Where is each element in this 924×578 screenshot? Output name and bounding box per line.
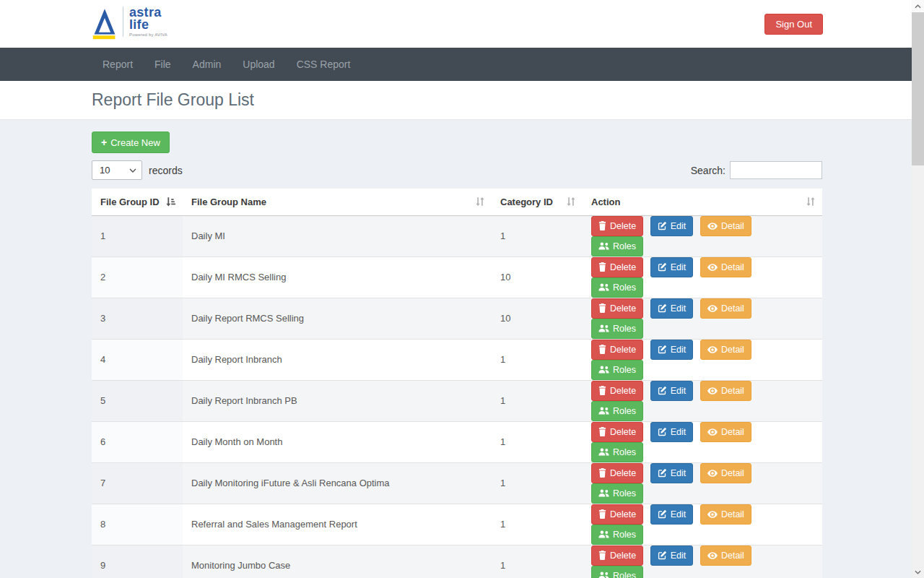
delete-button[interactable]: Delete [591, 298, 643, 319]
sort-both-icon [567, 197, 575, 206]
delete-button[interactable]: Delete [591, 257, 643, 277]
pencil-square-icon [658, 262, 667, 272]
delete-button[interactable]: Delete [591, 504, 643, 525]
nav-item-report[interactable]: Report [92, 48, 144, 81]
detail-button[interactable]: Detail [700, 381, 751, 401]
edit-button[interactable]: Edit [650, 298, 694, 319]
cell-file-group-name: Daily Report Inbranch [183, 339, 492, 380]
column-header-file-group-id[interactable]: File Group ID [92, 189, 183, 215]
trash-icon [598, 468, 606, 478]
edit-button[interactable]: Edit [650, 463, 694, 483]
detail-button[interactable]: Detail [700, 463, 751, 483]
cell-actions: Delete Edit Detail Roles [583, 298, 822, 339]
brand-line2: life [129, 19, 167, 31]
delete-button[interactable]: Delete [591, 545, 643, 566]
delete-button[interactable]: Delete [591, 463, 643, 483]
scrollbar-down-button[interactable] [912, 566, 924, 578]
roles-button[interactable]: Roles [591, 566, 643, 578]
cell-file-group-name: Monitoring Jumbo Case [183, 545, 492, 578]
eye-icon [707, 428, 718, 436]
pencil-square-icon [658, 345, 667, 354]
cell-file-group-name: Daily Report RMCS Selling [183, 298, 492, 339]
cell-file-group-id: 3 [92, 298, 183, 339]
content-container: + Create New 10 records Search: File Gro… [92, 120, 822, 578]
eye-icon [707, 346, 718, 353]
column-header-file-group-name[interactable]: File Group Name [183, 189, 492, 215]
roles-button[interactable]: Roles [591, 236, 643, 256]
column-header-category-id[interactable]: Category ID [492, 189, 583, 215]
eye-icon [707, 223, 718, 230]
detail-button[interactable]: Detail [700, 298, 751, 319]
file-group-table: File Group ID File Group Name Category I… [92, 189, 822, 578]
detail-button[interactable]: Detail [700, 545, 751, 566]
cell-file-group-name: Referral and Sales Management Report [183, 504, 492, 545]
roles-button[interactable]: Roles [591, 525, 643, 545]
records-select[interactable]: 10 [92, 160, 142, 180]
table-row: 8 Referral and Sales Management Report 1… [92, 504, 822, 545]
cell-file-group-id: 2 [92, 256, 183, 298]
eye-icon [707, 264, 718, 271]
nav-item-file[interactable]: File [144, 48, 182, 81]
trash-icon [598, 386, 606, 395]
edit-button[interactable]: Edit [650, 340, 694, 360]
pencil-square-icon [658, 386, 667, 395]
column-header-action[interactable]: Action [583, 189, 822, 215]
pencil-square-icon [658, 427, 667, 436]
roles-button[interactable]: Roles [591, 483, 643, 504]
delete-button[interactable]: Delete [591, 381, 643, 401]
cell-file-group-id: 9 [92, 545, 183, 578]
users-icon [598, 489, 609, 497]
cell-file-group-name: Daily MI [183, 215, 492, 256]
vertical-scrollbar[interactable] [912, 0, 924, 578]
detail-button[interactable]: Detail [700, 340, 751, 360]
cell-category-id: 10 [492, 256, 583, 298]
roles-button[interactable]: Roles [591, 401, 643, 421]
edit-button[interactable]: Edit [650, 504, 694, 525]
cell-actions: Delete Edit Detail Roles [583, 504, 822, 545]
table-row: 4 Daily Report Inbranch 1 Delete Edit De… [92, 339, 822, 380]
roles-button[interactable]: Roles [591, 319, 643, 339]
delete-button[interactable]: Delete [591, 340, 643, 360]
nav-item-admin[interactable]: Admin [182, 48, 232, 81]
cell-file-group-id: 5 [92, 380, 183, 421]
sign-out-button[interactable]: Sign Out [764, 14, 823, 35]
scrollbar-up-button[interactable] [912, 0, 924, 12]
pencil-square-icon [658, 468, 667, 478]
delete-button[interactable]: Delete [591, 422, 643, 442]
users-icon [598, 366, 609, 374]
edit-button[interactable]: Edit [650, 257, 694, 277]
cell-file-group-name: Daily Monitoring iFuture & Asli Rencana … [183, 462, 492, 504]
detail-button[interactable]: Detail [700, 257, 751, 277]
cell-actions: Delete Edit Detail Roles [583, 339, 822, 380]
delete-button[interactable]: Delete [591, 216, 643, 236]
eye-icon [707, 511, 718, 518]
create-new-button[interactable]: + Create New [92, 131, 170, 153]
cell-actions: Delete Edit Detail Roles [583, 215, 822, 256]
table-row: 2 Daily MI RMCS Selling 10 Delete Edit D… [92, 256, 822, 298]
roles-button[interactable]: Roles [591, 442, 643, 462]
edit-button[interactable]: Edit [650, 545, 694, 566]
edit-button[interactable]: Edit [650, 422, 694, 442]
search-label: Search: [691, 165, 725, 176]
search-input[interactable] [730, 161, 822, 179]
detail-button[interactable]: Detail [700, 216, 751, 236]
table-row: 9 Monitoring Jumbo Case 1 Delete Edit De… [92, 545, 822, 578]
table-row: 5 Daily Report Inbranch PB 1 Delete Edit… [92, 380, 822, 421]
edit-button[interactable]: Edit [650, 381, 694, 401]
sort-amount-asc-icon [165, 197, 175, 207]
roles-button[interactable]: Roles [591, 360, 643, 380]
nav-item-upload[interactable]: Upload [232, 48, 285, 81]
scrollbar-thumb[interactable] [912, 12, 924, 165]
top-header: astra life Powered by AVIVA Sign Out [0, 0, 924, 48]
detail-button[interactable]: Detail [700, 504, 751, 525]
search-wrap: Search: [691, 161, 822, 179]
main-navbar: Report File Admin Upload CSS Report [0, 48, 924, 81]
plus-icon: + [101, 137, 107, 148]
users-icon [598, 571, 609, 578]
detail-button[interactable]: Detail [700, 422, 751, 442]
nav-item-css-report[interactable]: CSS Report [286, 48, 362, 81]
cell-file-group-id: 8 [92, 504, 183, 545]
edit-button[interactable]: Edit [650, 216, 694, 236]
pencil-square-icon [658, 221, 667, 230]
roles-button[interactable]: Roles [591, 277, 643, 298]
